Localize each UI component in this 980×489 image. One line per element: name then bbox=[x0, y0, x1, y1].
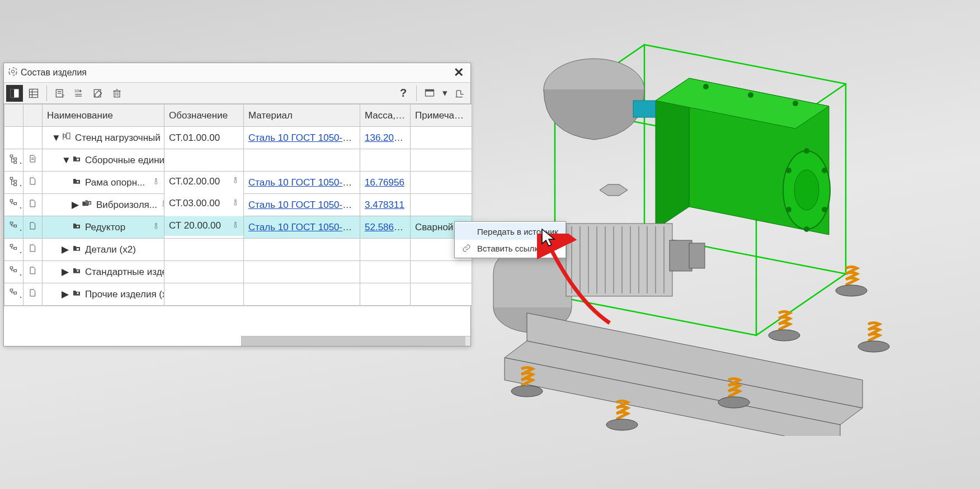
table-row[interactable]: ▶ Прочие изделия (x1) bbox=[4, 283, 472, 306]
help-button[interactable]: ? bbox=[395, 85, 412, 102]
window-layout-button[interactable] bbox=[421, 85, 438, 102]
document-icon bbox=[28, 267, 37, 278]
svg-rect-36 bbox=[670, 240, 692, 271]
ctx-send-to-source[interactable]: Передать в источник bbox=[455, 223, 566, 240]
caret-right-icon[interactable]: ▶ bbox=[62, 244, 68, 255]
material-link[interactable]: Сталь 10 ГОСТ 1050-2013 bbox=[248, 200, 360, 210]
material-link[interactable]: Сталь 10 ГОСТ 1050-2013 bbox=[248, 177, 360, 188]
row-desig[interactable]: СТ.02.00.00 bbox=[169, 176, 220, 187]
svg-point-12 bbox=[822, 168, 827, 173]
folder-other-icon bbox=[72, 288, 82, 300]
svg-rect-89 bbox=[10, 200, 13, 202]
bom-panel: Состав изделия ✕ ? 10 ? ▾ bbox=[3, 63, 471, 346]
document-icon bbox=[28, 155, 37, 166]
ctx-item-label: Вставить ссылку bbox=[477, 244, 543, 253]
row-note[interactable] bbox=[411, 127, 472, 149]
svg-point-16 bbox=[786, 168, 791, 173]
hierarchy-icon bbox=[9, 267, 19, 278]
material-link[interactable]: Сталь 10 ГОСТ 1050-2013 bbox=[248, 222, 360, 232]
row-name-text: Рама опорн... bbox=[85, 177, 145, 188]
mass-link[interactable]: 52.586525 bbox=[365, 222, 409, 232]
table-row[interactable]: ▼ Стенд нагрузочный СТ.01.00.00 Сталь 10… bbox=[4, 127, 472, 149]
hierarchy-icon bbox=[9, 155, 19, 166]
mass-link[interactable]: 16.76956 bbox=[365, 177, 404, 188]
edit-button[interactable] bbox=[89, 85, 106, 102]
table-row[interactable]: ▶ Детали (x2) bbox=[4, 239, 472, 261]
scrollbar-thumb[interactable] bbox=[242, 336, 465, 346]
col-note[interactable]: Примечание bbox=[411, 105, 472, 127]
svg-rect-99 bbox=[14, 270, 17, 272]
svg-point-11 bbox=[804, 148, 809, 154]
svg-rect-90 bbox=[14, 203, 17, 205]
caret-right-icon[interactable]: ▶ bbox=[72, 199, 78, 211]
properties-button[interactable]: ? bbox=[51, 85, 68, 102]
col-mass[interactable]: Масса, кг bbox=[360, 105, 411, 127]
material-link[interactable]: Сталь 10 ГОСТ 1050-2013 bbox=[248, 132, 360, 143]
caret-down-icon[interactable]: ▼ bbox=[62, 155, 68, 166]
svg-point-88 bbox=[77, 181, 78, 183]
mass-link[interactable]: 136.2077... bbox=[365, 132, 411, 143]
svg-rect-85 bbox=[10, 177, 13, 179]
view-table-button[interactable] bbox=[25, 85, 42, 102]
table-row[interactable]: ▶ Стандартные изделия (x79) bbox=[4, 261, 472, 283]
panel-title-text: Состав изделия bbox=[21, 68, 87, 78]
hierarchy-icon bbox=[9, 245, 19, 255]
thermometer-icon bbox=[153, 176, 159, 189]
row-note[interactable] bbox=[411, 194, 472, 216]
svg-rect-79 bbox=[10, 155, 13, 157]
svg-point-84 bbox=[77, 158, 79, 160]
assembly-icon bbox=[72, 177, 82, 188]
table-row[interactable]: Рама опорн... СТ.02.00.00 Сталь 10 ГОСТ … bbox=[4, 172, 472, 194]
svg-point-13 bbox=[822, 207, 827, 212]
caret-right-icon[interactable]: ▶ bbox=[62, 266, 68, 278]
blank-icon bbox=[461, 226, 472, 236]
svg-rect-86 bbox=[14, 181, 17, 183]
svg-rect-77 bbox=[67, 133, 70, 139]
row-name-text: Прочие изделия (x1) bbox=[85, 289, 164, 300]
svg-rect-87 bbox=[14, 184, 17, 186]
link-icon bbox=[461, 243, 472, 253]
hierarchy-icon bbox=[9, 222, 19, 233]
thermometer-icon bbox=[232, 175, 239, 188]
row-desig[interactable]: СТ 20.00.00 bbox=[169, 220, 221, 231]
thermometer-icon bbox=[232, 220, 239, 232]
row-desig[interactable]: СТ.01.00.00 bbox=[164, 127, 244, 149]
svg-rect-49 bbox=[11, 89, 15, 97]
bom-table: Наименование Обозначение Материал Масса,… bbox=[4, 104, 472, 306]
row-desig[interactable]: СТ.03.00.00 bbox=[169, 198, 220, 209]
svg-text:10: 10 bbox=[74, 88, 79, 93]
svg-rect-50 bbox=[30, 89, 38, 97]
col-designation[interactable]: Обозначение bbox=[164, 105, 244, 127]
assembly-root-icon bbox=[62, 131, 72, 144]
panel-footer bbox=[4, 306, 470, 346]
layout-dropdown[interactable]: ▾ bbox=[440, 85, 449, 102]
table-row-selected[interactable]: Редуктор СТ 20.00.00 Сталь 10 ГОСТ 1050-… bbox=[4, 216, 472, 239]
delete-button[interactable] bbox=[109, 85, 125, 102]
thermometer-icon bbox=[232, 197, 239, 210]
col-name[interactable]: Наименование bbox=[43, 105, 164, 127]
svg-point-94 bbox=[77, 226, 78, 227]
structure-button[interactable] bbox=[451, 85, 468, 102]
svg-point-91 bbox=[89, 202, 91, 204]
col-material[interactable]: Материал bbox=[244, 105, 360, 127]
hierarchy-icon bbox=[9, 289, 19, 300]
svg-line-4 bbox=[756, 274, 846, 335]
caret-right-icon[interactable]: ▶ bbox=[62, 288, 68, 300]
panel-titlebar[interactable]: Состав изделия ✕ bbox=[4, 63, 470, 83]
mass-link[interactable]: 3.478311 bbox=[365, 200, 404, 210]
caret-down-icon[interactable]: ▼ bbox=[51, 132, 58, 144]
add-row-button[interactable]: 10 bbox=[70, 85, 87, 102]
svg-rect-92 bbox=[10, 222, 13, 224]
svg-text:?: ? bbox=[62, 93, 64, 99]
table-row[interactable]: ▼ Сборочные единицы (x12) bbox=[4, 149, 472, 172]
table-row[interactable]: ▶ Виброизоля... СТ.03.00.00 Сталь 10 ГОС… bbox=[4, 194, 472, 216]
view-tree-button[interactable] bbox=[6, 85, 23, 102]
folder-standard-icon bbox=[72, 266, 82, 278]
row-name-text: Виброизоля... bbox=[96, 200, 157, 211]
ctx-insert-link[interactable]: Вставить ссылку bbox=[455, 240, 566, 257]
multi-assembly-icon bbox=[82, 199, 93, 211]
close-button[interactable]: ✕ bbox=[451, 65, 466, 80]
document-icon bbox=[28, 178, 37, 188]
horizontal-scrollbar[interactable] bbox=[241, 336, 470, 346]
row-note[interactable] bbox=[411, 172, 472, 194]
